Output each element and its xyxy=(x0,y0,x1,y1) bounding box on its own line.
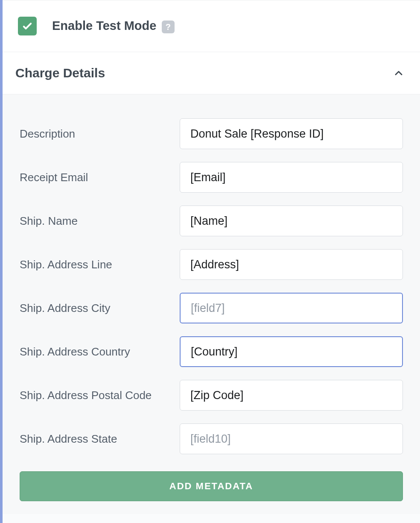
ship-address-country-row: Ship. Address Country xyxy=(20,336,403,367)
ship-address-postal-label: Ship. Address Postal Code xyxy=(20,389,180,402)
receipt-email-input[interactable] xyxy=(180,162,403,193)
test-mode-label-group: Enable Test Mode ? xyxy=(52,19,175,34)
receipt-email-row: Receipt Email xyxy=(20,162,403,193)
ship-name-label: Ship. Name xyxy=(20,214,180,228)
ship-address-line-label: Ship. Address Line xyxy=(20,258,180,271)
description-label: Description xyxy=(20,127,180,141)
ship-address-state-input[interactable] xyxy=(180,423,403,454)
ship-name-row: Ship. Name xyxy=(20,206,403,236)
ship-address-city-label: Ship. Address City xyxy=(20,302,180,315)
checkmark-icon xyxy=(21,20,33,32)
ship-address-line-input[interactable] xyxy=(180,249,403,280)
ship-address-state-label: Ship. Address State xyxy=(20,432,180,446)
ship-address-city-input[interactable] xyxy=(180,293,403,323)
ship-address-country-label: Ship. Address Country xyxy=(20,345,180,358)
ship-address-country-input[interactable] xyxy=(180,336,403,367)
receipt-email-label: Receipt Email xyxy=(20,171,180,184)
section-title: Charge Details xyxy=(15,66,105,80)
ship-address-line-row: Ship. Address Line xyxy=(20,249,403,280)
ship-address-state-row: Ship. Address State xyxy=(20,423,403,454)
add-metadata-button[interactable]: ADD METADATA xyxy=(20,471,403,501)
help-icon[interactable]: ? xyxy=(162,21,175,33)
ship-address-city-row: Ship. Address City xyxy=(20,293,403,323)
chevron-up-icon xyxy=(393,67,405,79)
enable-test-mode-checkbox[interactable] xyxy=(18,17,37,35)
description-input[interactable] xyxy=(180,118,403,149)
ship-name-input[interactable] xyxy=(180,206,403,236)
enable-test-mode-label: Enable Test Mode xyxy=(52,19,156,32)
charge-details-header[interactable]: Charge Details xyxy=(3,52,420,94)
charge-details-body: Description Receipt Email Ship. Name Shi… xyxy=(3,94,420,514)
test-mode-section: Enable Test Mode ? xyxy=(3,0,420,52)
description-row: Description xyxy=(20,118,403,149)
ship-address-postal-input[interactable] xyxy=(180,380,403,411)
ship-address-postal-row: Ship. Address Postal Code xyxy=(20,380,403,411)
